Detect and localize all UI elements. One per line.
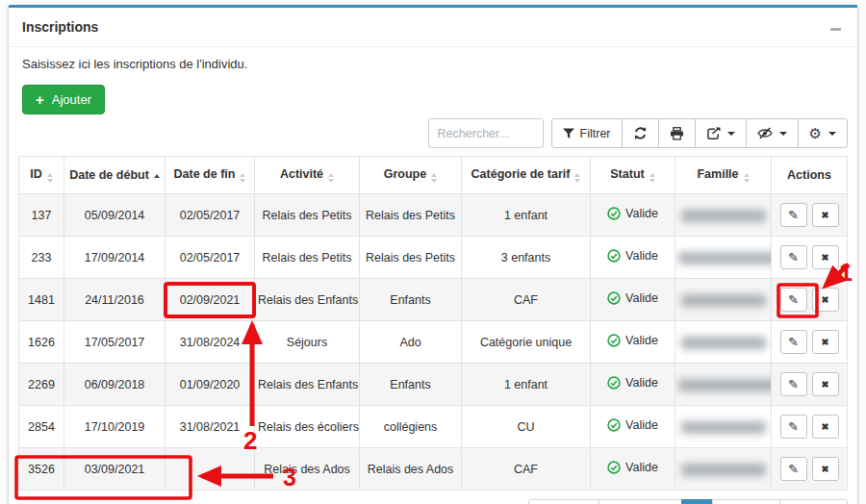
cell-famille	[675, 194, 772, 237]
filter-button[interactable]: Filtrer	[551, 118, 623, 148]
pencil-icon: ✎	[788, 463, 799, 475]
chevron-down-icon	[727, 132, 735, 136]
delete-row-button[interactable]: ✖	[812, 288, 839, 312]
cell-categorie-tarif: CU	[462, 406, 591, 448]
column-label: Groupe	[384, 167, 426, 181]
pagination-page-1[interactable]: 1	[681, 499, 713, 504]
edit-row-button[interactable]: ✎	[780, 457, 807, 481]
famille-redacted	[681, 337, 766, 349]
table-header-row: IDDate de débutDate de finActivitéGroupe…	[19, 157, 848, 194]
delete-row-button[interactable]: ✖	[812, 372, 839, 396]
check-circle-icon	[607, 461, 621, 474]
sort-icon	[328, 173, 334, 183]
check-circle-icon	[607, 376, 621, 390]
table-footer: Affichage de l'élément 1 à 7 sur 7 éléme…	[18, 498, 848, 504]
delete-row-button[interactable]: ✖	[812, 330, 839, 354]
edit-row-button[interactable]: ✎	[780, 245, 807, 269]
cell-actions: ✎✖	[772, 194, 848, 237]
table-row: 23317/09/201402/05/2017Relais des Petits…	[19, 237, 848, 279]
panel-title: Inscriptions	[22, 19, 98, 35]
x-icon: ✖	[822, 338, 829, 347]
column-header-date-debut[interactable]: Date de début	[64, 157, 166, 194]
check-circle-icon	[607, 249, 621, 263]
pencil-icon: ✎	[788, 209, 799, 221]
cell-date-debut: 05/09/2014	[64, 194, 166, 237]
cell-actions: ✎✖	[772, 279, 848, 321]
cell-actions: ✎✖	[772, 321, 848, 364]
cell-categorie-tarif: CAF	[462, 448, 591, 491]
cell-date-fin: 02/05/2017	[166, 237, 255, 279]
column-header-groupe[interactable]: Groupe	[360, 157, 462, 194]
pencil-icon: ✎	[788, 420, 799, 433]
cell-date-fin: 01/09/2020	[166, 364, 255, 406]
cell-date-fin: 31/08/2024	[166, 321, 255, 364]
cell-id: 3526	[19, 448, 64, 491]
edit-row-button[interactable]: ✎	[780, 372, 807, 396]
cell-date-fin	[166, 448, 255, 491]
export-button[interactable]	[695, 118, 747, 148]
column-visibility-button[interactable]	[746, 118, 799, 148]
inscriptions-panel: Inscriptions Saisissez ici les inscripti…	[8, 5, 858, 504]
column-header-id[interactable]: ID	[19, 157, 64, 194]
print-button[interactable]	[658, 118, 696, 148]
cell-statut: Valide	[591, 406, 675, 448]
sort-asc-icon	[154, 174, 160, 178]
cell-famille	[675, 448, 772, 491]
x-icon: ✖	[822, 422, 829, 432]
cell-date-fin: 02/05/2017	[166, 194, 255, 237]
sort-icon	[431, 173, 437, 183]
cell-groupe: Enfants	[360, 279, 462, 321]
edit-row-button[interactable]: ✎	[780, 288, 807, 312]
collapse-panel-button[interactable]	[825, 21, 846, 37]
delete-row-button[interactable]: ✖	[812, 415, 839, 439]
pagination-last[interactable]: Dernier	[779, 499, 848, 504]
cell-actions: ✎✖	[772, 237, 848, 279]
status-badge: Valide	[607, 291, 658, 305]
cell-actions: ✎✖	[772, 448, 848, 491]
search-input[interactable]	[428, 118, 544, 148]
edit-row-button[interactable]: ✎	[780, 330, 807, 354]
column-header-statut[interactable]: Statut	[591, 157, 675, 194]
column-header-activite[interactable]: Activité	[255, 157, 360, 194]
cell-id: 1626	[19, 321, 64, 364]
pagination: PremierPrécédent1SuivantDernier	[528, 499, 848, 504]
cell-activite: Relais des Petits	[255, 237, 360, 279]
status-label: Valide	[625, 249, 658, 263]
settings-button[interactable]: ⚙	[798, 118, 848, 148]
check-circle-icon	[607, 418, 621, 432]
column-header-categorie-tarif[interactable]: Catégorie de tarif	[462, 157, 591, 194]
pencil-icon: ✎	[788, 251, 799, 264]
cell-famille	[675, 237, 772, 279]
delete-row-button[interactable]: ✖	[812, 245, 839, 269]
edit-row-button[interactable]: ✎	[780, 415, 807, 439]
cell-groupe: Relais des Ados	[360, 448, 462, 491]
chevron-down-icon	[828, 132, 836, 136]
delete-row-button[interactable]: ✖	[812, 457, 839, 481]
status-label: Valide	[625, 376, 658, 390]
column-header-famille[interactable]: Famille	[675, 157, 772, 194]
cell-date-debut: 24/11/2016	[64, 279, 166, 321]
x-icon: ✖	[822, 380, 829, 390]
pagination-next[interactable]: Suivant	[712, 499, 780, 504]
table-row: 148124/11/201602/09/2021Relais des Enfan…	[19, 279, 848, 321]
plus-icon: +	[36, 92, 44, 107]
cell-groupe: Enfants	[360, 364, 462, 406]
column-header-date-fin[interactable]: Date de fin	[166, 157, 255, 194]
column-label: Statut	[610, 167, 644, 181]
edit-row-button[interactable]: ✎	[780, 203, 807, 227]
delete-row-button[interactable]: ✖	[812, 203, 839, 227]
status-label: Valide	[625, 207, 658, 220]
column-label: ID	[30, 167, 42, 181]
add-button[interactable]: + Ajouter	[22, 85, 105, 114]
cell-statut: Valide	[591, 321, 675, 364]
refresh-button[interactable]	[622, 118, 659, 148]
cell-date-fin: 02/09/2021	[166, 279, 255, 321]
status-badge: Valide	[607, 376, 658, 390]
export-icon	[706, 127, 721, 140]
cell-categorie-tarif: 1 enfant	[462, 364, 591, 406]
pagination-first[interactable]: Premier	[528, 499, 599, 504]
x-icon: ✖	[822, 465, 829, 474]
pagination-previous[interactable]: Précédent	[599, 499, 682, 504]
cell-categorie-tarif: Catégorie unique	[462, 321, 591, 364]
cell-statut: Valide	[591, 364, 675, 406]
